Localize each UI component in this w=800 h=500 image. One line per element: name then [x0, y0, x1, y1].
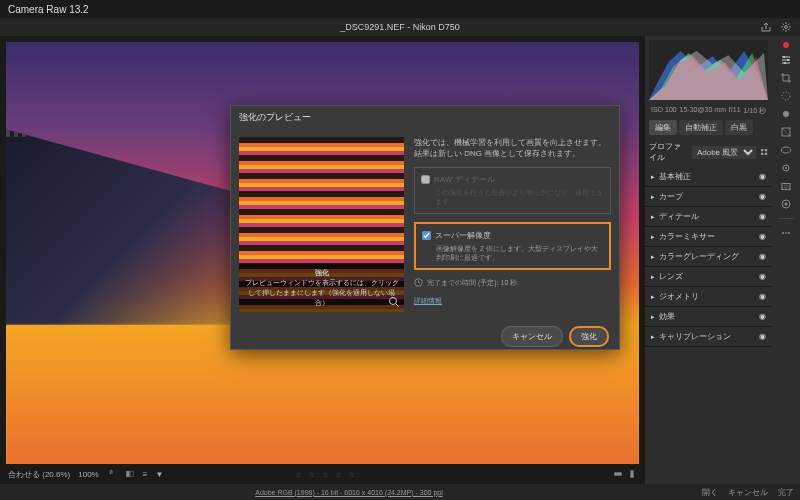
done-button[interactable]: 完了 — [778, 487, 794, 498]
svg-point-7 — [784, 62, 786, 64]
acc-basic[interactable]: ▸基本補正◉ — [645, 167, 772, 187]
file-bar: _DSC9291.NEF - Nikon D750 — [0, 18, 800, 36]
lens-value: 15-30@30 mm — [680, 106, 726, 116]
heal-icon[interactable] — [780, 90, 792, 102]
tab-edit[interactable]: 編集 — [649, 120, 677, 135]
adjustments-accordion: ▸基本補正◉ ▸カーブ◉ ▸ディテール◉ ▸カラーミキサー◉ ▸カラーグレーディ… — [645, 167, 772, 484]
acc-curve[interactable]: ▸カーブ◉ — [645, 187, 772, 207]
warning-dot[interactable] — [783, 42, 789, 48]
super-resolution-sub: 画像解像度を 2 倍にします。大型ディスプレイや大判印刷に最適です。 — [422, 244, 603, 262]
redeye-icon[interactable] — [780, 162, 792, 174]
acc-calibration[interactable]: ▸キャリブレーション◉ — [645, 327, 772, 347]
profile-label: プロファイル — [649, 141, 688, 163]
svg-point-17 — [785, 203, 788, 206]
status-line: 合わせる (20.6%) 100% ≡ ▼ ☆ ☆ ☆ ☆ ☆ — [0, 464, 645, 484]
share-icon[interactable] — [760, 21, 772, 33]
tab-auto[interactable]: 自動補正 — [679, 120, 723, 135]
acc-lens[interactable]: ▸レンズ◉ — [645, 267, 772, 287]
dialog-desc: 強化では、機械学習を利用して画質を向上させます。結果は新しい DNG 画像として… — [414, 137, 611, 159]
bottom-bar: Adobe RGB (1998) - 16 bit - 6016 x 4016 … — [0, 484, 800, 500]
svg-point-18 — [782, 232, 784, 234]
profile-row: プロファイル Adobe 風景 — [645, 137, 772, 167]
compare-icon[interactable] — [125, 468, 135, 480]
dialog-apply-button[interactable]: 強化 — [569, 326, 609, 347]
histogram-info: ISO 100 15-30@30 mm f/11 1/10 秒 — [645, 104, 772, 118]
hand-icon[interactable] — [107, 468, 117, 480]
edit-tabs: 編集 自動補正 白黒 — [645, 118, 772, 137]
svg-point-15 — [785, 185, 788, 188]
svg-point-6 — [787, 59, 789, 61]
svg-rect-1 — [761, 149, 763, 151]
snapshot-icon[interactable] — [780, 180, 792, 192]
svg-point-0 — [785, 26, 788, 29]
svg-rect-2 — [765, 149, 767, 151]
app-title: Camera Raw 13.2 — [8, 4, 89, 15]
super-resolution-option[interactable]: スーパー解像度 画像解像度を 2 倍にします。大型ディスプレイや大判印刷に最適で… — [414, 222, 611, 270]
acc-colormix[interactable]: ▸カラーミキサー◉ — [645, 227, 772, 247]
svg-point-25 — [390, 298, 397, 305]
app-titlebar: Camera Raw 13.2 — [0, 0, 800, 18]
svg-rect-4 — [765, 153, 767, 155]
svg-rect-21 — [126, 471, 129, 477]
raw-detail-option: RAW ディテール この強化を行うと改善がより明らかになり、適用できます。 — [414, 167, 611, 213]
open-button[interactable]: 開く — [702, 487, 718, 498]
file-name: _DSC9291.NEF — [340, 22, 405, 32]
preview-box[interactable]: 強化 プレビューウィンドウを表示するには、クリックして押したままにします（強化を… — [239, 137, 404, 312]
dialog-title: 強化のプレビュー — [231, 106, 619, 129]
metadata-link[interactable]: Adobe RGB (1998) - 16 bit - 6016 x 4016 … — [6, 489, 692, 496]
svg-rect-24 — [630, 470, 633, 478]
raw-detail-label: RAW ディテール — [434, 174, 495, 185]
svg-point-13 — [785, 167, 787, 169]
svg-point-11 — [782, 147, 791, 153]
right-panel: ISO 100 15-30@30 mm f/11 1/10 秒 編集 自動補正 … — [645, 36, 800, 484]
svg-point-9 — [783, 111, 789, 117]
filmstrip-v-icon[interactable] — [627, 468, 637, 480]
dialog-cancel-button[interactable]: キャンセル — [501, 326, 563, 347]
preview-title: 強化 — [243, 268, 400, 278]
more-info-link[interactable]: 詳細情報 — [414, 296, 611, 306]
svg-point-5 — [783, 56, 785, 58]
svg-point-19 — [785, 232, 787, 234]
rating-stars[interactable]: ☆ ☆ ☆ ☆ ☆ — [295, 470, 357, 479]
radial-icon[interactable] — [780, 144, 792, 156]
enhance-dialog: 強化のプレビュー 強化 プレビューウィンドウを表示するには、クリックして押したま… — [230, 105, 620, 350]
tab-bw[interactable]: 白黒 — [725, 120, 753, 135]
crop-icon[interactable] — [780, 72, 792, 84]
raw-detail-sub: この強化を行うと改善がより明らかになり、適用できます。 — [421, 188, 604, 206]
zoom-icon[interactable] — [388, 296, 400, 308]
svg-rect-22 — [130, 471, 133, 477]
filmstrip-h-icon[interactable] — [613, 468, 623, 480]
preset-icon[interactable] — [780, 198, 792, 210]
super-resolution-checkbox[interactable] — [422, 231, 431, 240]
grid-icon[interactable] — [760, 147, 768, 157]
acc-detail[interactable]: ▸ディテール◉ — [645, 207, 772, 227]
raw-detail-checkbox — [421, 175, 430, 184]
acc-colorgrade[interactable]: ▸カラーグレーディング◉ — [645, 247, 772, 267]
zoom-100[interactable]: 100% — [78, 470, 98, 479]
svg-point-8 — [782, 92, 790, 100]
brush-icon[interactable] — [780, 108, 792, 120]
profile-select[interactable]: Adobe 風景 — [692, 146, 756, 159]
more-icon[interactable] — [780, 227, 792, 239]
camera-name: Nikon D750 — [413, 22, 460, 32]
cancel-button[interactable]: キャンセル — [728, 487, 768, 498]
svg-rect-14 — [782, 184, 790, 190]
time-estimate: 完了までの時間 (予定): 10 秒 — [414, 278, 611, 288]
gear-icon[interactable] — [780, 21, 792, 33]
super-resolution-label: スーパー解像度 — [435, 230, 491, 241]
acc-effects[interactable]: ▸効果◉ — [645, 307, 772, 327]
shutter-value: 1/10 秒 — [743, 106, 766, 116]
sliders-icon[interactable] — [780, 54, 792, 66]
acc-geometry[interactable]: ▸ジオメトリ◉ — [645, 287, 772, 307]
svg-rect-3 — [761, 153, 763, 155]
histogram[interactable] — [649, 40, 768, 100]
aperture-value: f/11 — [729, 106, 741, 116]
preview-caption: プレビューウィンドウを表示するには、クリックして押したままにします（強化を適用し… — [243, 278, 400, 308]
svg-point-20 — [788, 232, 790, 234]
iso-value: ISO 100 — [651, 106, 677, 116]
svg-rect-23 — [614, 472, 622, 475]
filter-icon[interactable]: ▼ — [155, 470, 163, 479]
gradient-icon[interactable] — [780, 126, 792, 138]
fit-zoom[interactable]: 合わせる (20.6%) — [8, 469, 70, 480]
clock-icon — [414, 278, 423, 287]
